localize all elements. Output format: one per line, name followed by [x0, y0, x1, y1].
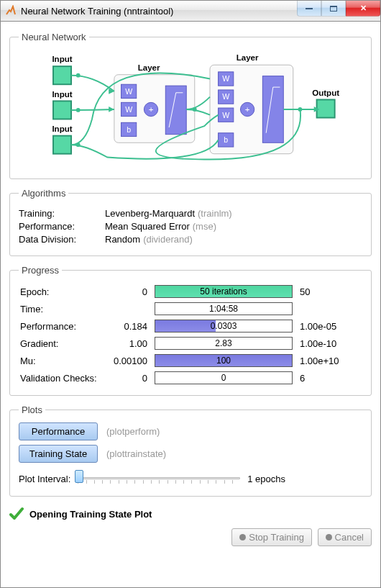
svg-rect-1 [53, 66, 71, 84]
plot-interval-label: Plot Interval: [19, 474, 70, 484]
plot-performance-func: (plotperform) [106, 426, 160, 437]
algorithms-legend: Algorithms [19, 188, 68, 199]
progress-row-gradient: Gradient: 1.00 2.83 1.00e-10 [19, 335, 362, 352]
svg-text:Layer: Layer [138, 63, 160, 72]
epoch-bar: 50 iterations [155, 285, 293, 298]
svg-point-36 [298, 107, 303, 112]
val-end: 6 [294, 369, 362, 386]
stop-training-button[interactable]: Stop Training [231, 528, 312, 546]
division-value: Random [105, 234, 140, 245]
svg-text:+: + [149, 105, 154, 114]
slider-thumb[interactable] [75, 470, 83, 483]
cancel-icon [326, 534, 332, 540]
time-label: Time: [19, 300, 112, 317]
progress-row-validation: Validation Checks: 0 0 6 [19, 369, 362, 386]
grad-start: 1.00 [112, 335, 153, 352]
svg-text:Output: Output [312, 89, 339, 97]
network-legend: Neural Network [19, 32, 89, 42]
svg-point-32 [76, 73, 81, 78]
maximize-button[interactable] [321, 1, 346, 17]
titlebar: Neural Network Training (nntraintool) ✕ [0, 0, 381, 22]
plot-interval-value: 1 epochs [247, 474, 285, 484]
perf-start: 0.184 [112, 317, 153, 335]
val-start: 0 [112, 369, 153, 386]
svg-text:+: + [245, 105, 250, 114]
progress-row-time: Time: 1:04:58 [19, 300, 362, 317]
plot-training-state-button[interactable]: Training State [19, 445, 98, 463]
division-func: (dividerand) [143, 234, 193, 245]
maximize-icon [330, 6, 337, 12]
algorithm-row-performance: Performance: Mean Squared Error (mse) [19, 221, 362, 232]
svg-point-33 [76, 108, 81, 112]
cancel-button[interactable]: Cancel [318, 528, 372, 546]
svg-text:Input: Input [52, 125, 72, 133]
algorithm-row-training: Training: Levenberg-Marquardt (trainlm) [19, 208, 362, 219]
training-label: Training: [19, 208, 105, 219]
grad-bar: 2.83 [155, 337, 293, 350]
division-label: Data Division: [19, 234, 105, 245]
val-bar: 0 [155, 371, 293, 384]
svg-text:W: W [222, 74, 229, 83]
matlab-icon [5, 5, 17, 17]
progress-legend: Progress [19, 265, 62, 276]
plots-group: Plots Performance (plotperform) Training… [9, 404, 372, 497]
algorithms-group: Algorithms Training: Levenberg-Marquardt… [9, 188, 372, 256]
window-body: Neural Network Input Input Input Layer W… [0, 22, 381, 588]
mu-start: 0.00100 [112, 352, 153, 369]
status-row: Opening Training State Plot [9, 507, 372, 521]
network-group: Neural Network Input Input Input Layer W… [9, 32, 372, 179]
epoch-label: Epoch: [19, 283, 112, 300]
svg-text:Input: Input [52, 90, 72, 99]
status-text: Opening Training State Plot [29, 509, 152, 520]
svg-text:Layer: Layer [237, 53, 259, 62]
minimize-icon [306, 7, 313, 9]
progress-row-mu: Mu: 0.00100 100 1.00e+10 [19, 352, 362, 369]
plot-training-state-func: (plottrainstate) [106, 448, 166, 459]
algorithm-row-division: Data Division: Random (dividerand) [19, 234, 362, 245]
svg-text:b: b [224, 135, 228, 144]
svg-text:Input: Input [52, 55, 72, 63]
plot-performance-button[interactable]: Performance [19, 422, 98, 440]
plots-legend: Plots [19, 404, 45, 415]
check-icon [9, 507, 24, 521]
progress-row-epoch: Epoch: 0 50 iterations 50 [19, 283, 362, 300]
svg-rect-3 [53, 101, 71, 119]
performance-label: Performance: [19, 221, 105, 232]
svg-text:W: W [222, 92, 229, 101]
val-label: Validation Checks: [19, 369, 112, 386]
epoch-end: 50 [294, 283, 362, 300]
svg-rect-31 [317, 99, 335, 117]
epoch-start: 0 [112, 283, 153, 300]
svg-point-35 [193, 107, 197, 112]
perf-label: Performance: [19, 317, 112, 335]
network-diagram: Input Input Input Layer W W b + Layer W [19, 50, 362, 168]
svg-text:W: W [222, 111, 229, 119]
progress-row-performance: Performance: 0.184 0.0303 1.00e-05 [19, 317, 362, 335]
performance-func: (mse) [193, 221, 216, 232]
performance-value: Mean Squared Error [105, 221, 190, 232]
perf-bar: 0.0303 [155, 320, 293, 333]
svg-text:W: W [125, 105, 132, 114]
svg-rect-5 [53, 136, 71, 154]
time-bar: 1:04:58 [155, 302, 293, 315]
close-icon: ✕ [360, 4, 367, 13]
svg-rect-29 [262, 76, 283, 143]
mu-label: Mu: [19, 352, 112, 369]
grad-end: 1.00e-10 [294, 335, 362, 352]
mu-end: 1.00e+10 [294, 352, 362, 369]
time-end [294, 300, 362, 317]
progress-group: Progress Epoch: 0 50 iterations 50 Time:… [9, 265, 372, 396]
stop-icon [239, 534, 246, 540]
grad-label: Gradient: [19, 335, 112, 352]
training-func: (trainlm) [198, 208, 232, 219]
close-button[interactable]: ✕ [346, 1, 380, 17]
svg-text:b: b [127, 125, 131, 134]
svg-point-34 [76, 143, 81, 147]
training-value: Levenberg-Marquardt [105, 208, 195, 219]
minimize-button[interactable] [297, 1, 321, 17]
window-title: Neural Network Training (nntraintool) [21, 6, 173, 17]
time-start [112, 300, 153, 317]
svg-text:W: W [125, 87, 132, 96]
svg-marker-39 [109, 107, 114, 112]
plot-interval-slider[interactable] [76, 470, 242, 487]
